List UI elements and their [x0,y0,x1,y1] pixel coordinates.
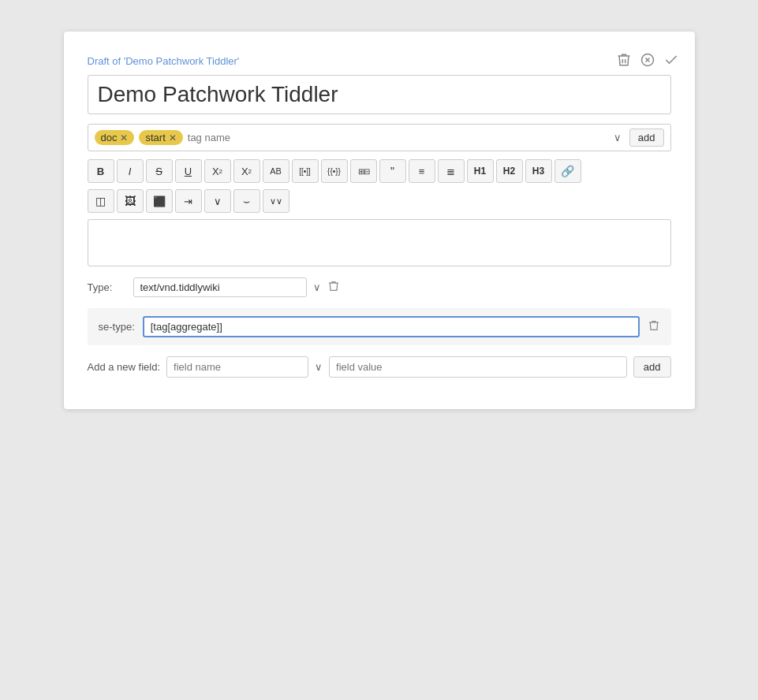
toolbar-h3[interactable]: H3 [525,159,552,183]
toolbar-underline[interactable]: U [175,159,202,183]
toolbar-strikethrough[interactable]: S [146,159,173,183]
add-tag-button[interactable]: add [629,128,664,147]
toolbar-subscript[interactable]: X2 [233,159,260,183]
toolbar-stamp[interactable]: ⬛ [146,189,173,213]
toolbar-image[interactable]: 🖼 [117,189,144,213]
toolbar-more[interactable]: ∨∨ [263,189,289,213]
toolbar-ext-link[interactable]: [[•]] [292,159,319,183]
toolbar-blockquote[interactable]: " [379,159,406,183]
se-delete-button[interactable] [648,319,660,335]
tag-doc-remove[interactable]: ✕ [120,132,128,143]
cancel-icon[interactable] [640,52,655,72]
editor-content[interactable] [88,219,671,266]
tag-start: start ✕ [139,130,182,145]
toolbar-h2[interactable]: H2 [496,159,523,183]
toolbar-widget[interactable]: ◫ [88,189,114,213]
tag-dropdown-button[interactable]: ∨ [611,132,625,143]
tag-start-remove[interactable]: ✕ [169,132,177,143]
draft-label: Draft of 'Demo Patchwork Tiddler' [88,55,671,67]
tag-doc: doc ✕ [95,130,135,145]
toolbar-macro[interactable]: {{•}} [321,159,348,183]
toolbar-dropdown2[interactable]: ∨ [204,189,231,213]
toolbar-superscript[interactable]: X2 [204,159,231,183]
type-input[interactable] [133,277,307,297]
se-label: se-type: [99,321,135,333]
toolbar-link[interactable]: 🔗 [554,159,581,183]
type-label: Type: [88,281,127,293]
add-field-row: Add a new field: ∨ add [88,356,671,378]
field-name-input[interactable] [166,356,308,378]
field-value-input[interactable] [329,356,627,378]
toolbar-uppercase[interactable]: AB [263,159,289,183]
type-row: Type: ∨ [88,277,671,297]
toolbar-bullet-list[interactable]: ≡ [409,159,435,183]
top-actions [616,52,679,72]
toolbar-h1[interactable]: H1 [467,159,494,183]
add-field-button[interactable]: add [633,356,671,378]
toolbar-table[interactable]: ⊞⊟ [350,159,377,183]
tag-start-label: start [145,132,165,143]
toolbar-num-list[interactable]: ≣ [438,159,465,183]
type-dropdown-button[interactable]: ∨ [313,281,321,293]
add-field-label: Add a new field: [88,361,161,373]
toolbar-italic[interactable]: I [117,159,144,183]
confirm-icon[interactable] [663,52,679,72]
title-input[interactable] [88,75,671,114]
tags-row: doc ✕ start ✕ ∨ add [88,124,671,151]
editor-card: Draft of 'Demo Patchwork Tiddler' doc ✕ … [64,32,695,409]
toolbar-row2: ◫ 🖼 ⬛ ⇥ ∨ ⌣ ∨∨ [88,189,671,213]
tag-doc-label: doc [101,132,118,143]
toolbar-tilde[interactable]: ⌣ [233,189,260,213]
field-name-dropdown-button[interactable]: ∨ [315,361,323,373]
se-row: se-type: [88,308,671,345]
type-delete-button[interactable] [327,280,340,296]
delete-icon[interactable] [616,52,632,72]
toolbar-bold[interactable]: B [88,159,114,183]
toolbar-row1: B I S U X2 X2 AB [[•]] {{•}} ⊞⊟ " ≡ ≣ H1… [88,159,671,183]
toolbar-indent[interactable]: ⇥ [175,189,202,213]
tag-name-input[interactable] [188,132,606,143]
se-input[interactable] [143,316,640,337]
